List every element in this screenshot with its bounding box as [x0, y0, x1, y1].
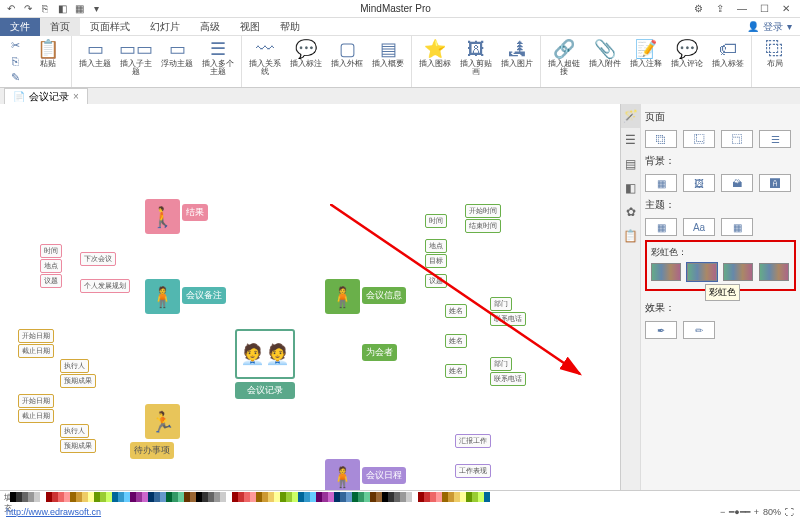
rail-wand-icon[interactable]: 🪄 — [621, 104, 640, 128]
bg-thumb-3[interactable]: 🏔 — [721, 174, 753, 192]
clipart-button[interactable]: 🖼插入剪贴画 — [457, 38, 495, 76]
settings-icon[interactable]: ⚙ — [688, 3, 708, 14]
layout-thumb-3[interactable]: ⿹ — [721, 130, 753, 148]
leaf-report[interactable]: 汇报工作 — [455, 434, 491, 448]
node-agenda[interactable]: 会议日程 — [362, 467, 406, 484]
insert-topic-button[interactable]: ▭插入主题 — [76, 38, 114, 68]
leaf-out1[interactable]: 预期成果 — [60, 374, 96, 388]
attach-button[interactable]: 📎插入附件 — [586, 38, 624, 68]
share-icon[interactable]: ⇪ — [710, 3, 730, 14]
leaf-perf[interactable]: 工作表现 — [455, 464, 491, 478]
layout-thumb-1[interactable]: ⿻ — [645, 130, 677, 148]
leaf-end1[interactable]: 截止日期 — [18, 344, 54, 358]
maximize-icon[interactable]: ☐ — [754, 3, 774, 14]
theme-thumb-2[interactable]: Aa — [683, 218, 715, 236]
leaf-end2[interactable]: 截止日期 — [18, 409, 54, 423]
bg-thumb-4[interactable]: 🅰 — [759, 174, 791, 192]
theme-thumb-1[interactable]: ▦ — [645, 218, 677, 236]
layout-button[interactable]: ⿻布局 — [756, 38, 794, 68]
qat-more[interactable]: ▾ — [89, 2, 103, 16]
rainbow-3[interactable] — [723, 263, 753, 281]
swatch[interactable] — [484, 492, 490, 502]
node-result[interactable]: 结果 — [182, 204, 208, 221]
rail-clip-icon[interactable]: ✿ — [621, 200, 640, 224]
boundary-button[interactable]: ▢插入外框 — [328, 38, 366, 68]
rail-outline-icon[interactable]: 📋 — [621, 224, 640, 248]
leaf-owner2[interactable]: 执行人 — [60, 424, 89, 438]
effect-thumb-2[interactable]: ✏ — [683, 321, 715, 339]
layout-thumb-2[interactable]: ⿺ — [683, 130, 715, 148]
leaf-next[interactable]: 下次会议 — [80, 252, 116, 266]
leaf-time[interactable]: 时间 — [40, 244, 62, 258]
leaf-loc[interactable]: 地点 — [40, 259, 62, 273]
callout-button[interactable]: 💬插入标注 — [287, 38, 325, 68]
qat-print[interactable]: ◧ — [55, 2, 69, 16]
rainbow-2[interactable] — [687, 263, 717, 281]
tab-advanced[interactable]: 高级 — [190, 18, 230, 36]
effect-thumb-1[interactable]: ✒ — [645, 321, 677, 339]
qat-grid[interactable]: ▦ — [72, 2, 86, 16]
leaf-owner1[interactable]: 执行人 — [60, 359, 89, 373]
rail-list-icon[interactable]: ☰ — [621, 128, 640, 152]
leaf-start2[interactable]: 开始日期 — [18, 394, 54, 408]
color-palette[interactable]: 填充 — [0, 491, 800, 505]
zoom-slider[interactable]: ━●━━ — [729, 507, 749, 517]
canvas[interactable]: 🧑‍💼🧑‍💼 会议记录 🚶 结果 时间 地点 议题 下次会议 个人发展规划 🧍 … — [0, 104, 620, 490]
copy-icon[interactable]: ⎘ — [4, 54, 26, 68]
node-action[interactable]: 待办事项 — [130, 442, 174, 459]
format-icon[interactable]: ✎ — [4, 70, 26, 84]
rainbow-1[interactable] — [651, 263, 681, 281]
layout-thumb-4[interactable]: ☰ — [759, 130, 791, 148]
tab-slides[interactable]: 幻灯片 — [140, 18, 190, 36]
icon-notes[interactable]: 🧍 — [145, 279, 180, 314]
leaf-plan[interactable]: 个人发展规划 — [80, 279, 130, 293]
close-icon[interactable]: ✕ — [776, 3, 796, 14]
file-menu[interactable]: 文件 — [0, 18, 40, 36]
rainbow-tooltip: 彩虹色 — [705, 284, 740, 301]
node-notes[interactable]: 会议备注 — [182, 287, 226, 304]
center-icon[interactable]: 🧑‍💼🧑‍💼 — [235, 329, 295, 379]
insert-multi-button[interactable]: ☰插入多个主题 — [199, 38, 237, 76]
leaf-topic[interactable]: 议题 — [40, 274, 62, 288]
leaf-out2[interactable]: 预期成果 — [60, 439, 96, 453]
qat-save[interactable]: ⎘ — [38, 2, 52, 16]
tab-help[interactable]: 帮助 — [270, 18, 310, 36]
tab-home[interactable]: 首页 — [40, 18, 80, 36]
qat-undo[interactable]: ↶ — [4, 2, 18, 16]
icon-agenda[interactable]: 🧍 — [325, 459, 360, 490]
close-tab-icon[interactable]: × — [73, 91, 79, 102]
note-button[interactable]: 📝插入注释 — [627, 38, 665, 68]
hyperlink-button[interactable]: 🔗插入超链接 — [545, 38, 583, 76]
icon-result[interactable]: 🚶 — [145, 199, 180, 234]
zoom-out-icon[interactable]: − — [720, 507, 725, 517]
tab-pagestyle[interactable]: 页面样式 — [80, 18, 140, 36]
bg-thumb-2[interactable]: 🖼 — [683, 174, 715, 192]
status-link[interactable]: http://www.edrawsoft.cn — [6, 507, 101, 517]
rail-style-icon[interactable]: ▤ — [621, 152, 640, 176]
theme-thumb-3[interactable]: ▦ — [721, 218, 753, 236]
rail-icons-icon[interactable]: ◧ — [621, 176, 640, 200]
tag-button[interactable]: 🏷插入标签 — [709, 38, 747, 68]
bg-thumb-1[interactable]: ▦ — [645, 174, 677, 192]
minimize-icon[interactable]: — — [732, 3, 752, 14]
cut-icon[interactable]: ✂ — [4, 38, 26, 52]
tab-view[interactable]: 视图 — [230, 18, 270, 36]
app-title: MindMaster Pro — [103, 3, 688, 14]
center-node[interactable]: 会议记录 — [235, 382, 295, 399]
qat-redo[interactable]: ↷ — [21, 2, 35, 16]
comment-button[interactable]: 💬插入评论 — [668, 38, 706, 68]
insert-subtopic-button[interactable]: ▭▭插入子主题 — [117, 38, 155, 76]
relation-button[interactable]: 〰插入关系线 — [246, 38, 284, 76]
document-tab[interactable]: 📄 会议记录 × — [4, 88, 88, 105]
icon-action[interactable]: 🏃 — [145, 404, 180, 439]
image-button[interactable]: 🏞插入图片 — [498, 38, 536, 68]
fit-icon[interactable]: ⛶ — [785, 507, 794, 517]
icon-button[interactable]: ⭐插入图标 — [416, 38, 454, 68]
login-button[interactable]: 👤登录▾ — [739, 20, 800, 34]
zoom-in-icon[interactable]: + — [754, 507, 759, 517]
leaf-start1[interactable]: 开始日期 — [18, 329, 54, 343]
floating-topic-button[interactable]: ▭浮动主题 — [158, 38, 196, 68]
summary-button[interactable]: ▤插入概要 — [369, 38, 407, 68]
paste-button[interactable]: 📋粘贴 — [29, 38, 67, 68]
rainbow-4[interactable] — [759, 263, 789, 281]
